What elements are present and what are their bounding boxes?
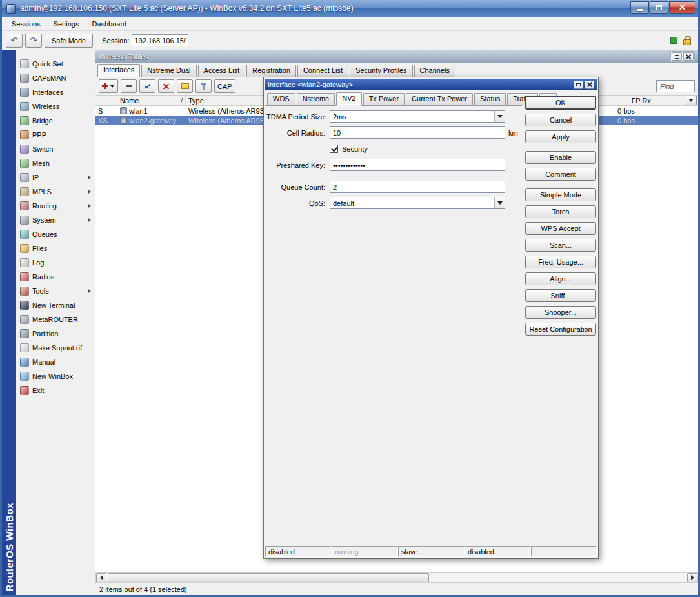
sidebar-item-wireless[interactable]: Wireless [16,99,95,114]
submenu-arrow-icon [88,204,91,208]
tab-current-tx-power[interactable]: Current Tx Power [406,93,473,105]
close-button[interactable] [669,1,695,14]
enable-button[interactable]: Enable [525,151,596,164]
sidebar-item-interfaces[interactable]: Interfaces [16,85,95,99]
filter-button[interactable] [195,79,212,93]
sidebar-item-capsman[interactable]: CAPsMAN [16,71,95,85]
apply-button[interactable]: Apply [525,130,596,143]
sidebar-item-switch[interactable]: Switch [16,142,95,156]
minimize-button[interactable] [630,1,649,14]
reset-configuration-button[interactable]: Reset Configuration [525,323,596,336]
column-name[interactable]: Name/ [117,96,186,105]
tab-nv2[interactable]: NV2 [336,92,361,106]
tab-connect-list[interactable]: Connect List [297,65,348,77]
sidebar-item-log[interactable]: Log [16,256,95,270]
align-button[interactable]: Align... [525,272,596,285]
freq-usage-button[interactable]: Freq. Usage... [525,256,596,268]
qos-input[interactable]: default [330,197,505,209]
tab-nstreme[interactable]: Nstreme [297,93,335,105]
tab-wds[interactable]: WDS [267,93,295,105]
sidebar-item-exit[interactable]: Exit [16,383,95,398]
mdi-close-button[interactable] [683,52,694,61]
column-select-button[interactable] [685,96,697,105]
snooper-button[interactable]: Snooper... [525,306,596,319]
tab-channels[interactable]: Channels [414,65,455,77]
cell-radius-input[interactable]: 10 [330,126,505,139]
disable-button[interactable] [158,79,174,93]
enable-button[interactable] [139,79,155,93]
ok-button[interactable]: OK [525,96,596,110]
winbox-app-icon [6,4,16,14]
find-button[interactable]: Find [656,80,695,92]
simple-mode-button[interactable]: Simple Mode [525,188,596,201]
switch-icon [20,145,29,154]
dialog-close-button[interactable] [585,81,594,89]
sidebar-item-queues[interactable]: Queues [16,227,95,241]
undo-button[interactable]: ↶ [6,34,23,48]
brand-vertical-text: RouterOS WinBox [4,503,15,591]
scroll-right-button[interactable] [687,573,697,582]
sidebar-item-make-supout[interactable]: Make Supout.rif [16,341,95,355]
sniff-button[interactable]: Sniff... [525,289,596,302]
sidebar-item-mesh[interactable]: Mesh [16,156,95,170]
cancel-button[interactable]: Cancel [525,114,596,126]
sidebar-item-mpls[interactable]: MPLS [16,185,95,199]
tab-security-profiles[interactable]: Security Profiles [350,65,412,77]
tab-access-list[interactable]: Access List [198,65,246,77]
sidebar-item-manual[interactable]: Manual [16,355,95,369]
sidebar-item-new-terminal[interactable]: New Terminal [16,298,95,312]
filter-icon [200,83,207,90]
wps-accept-button[interactable]: WPS Accept [525,222,596,235]
torch-button[interactable]: Torch [525,205,596,218]
tab-tx-power[interactable]: Tx Power [363,93,405,105]
menu-settings[interactable]: Settings [47,18,86,30]
comment-button[interactable] [177,79,193,93]
remove-button[interactable] [121,79,137,93]
sidebar-item-ppp[interactable]: PPP [16,128,95,142]
cap-button[interactable]: CAP [214,79,235,93]
menu-dashboard[interactable]: Dashboard [85,18,133,30]
scan-button[interactable]: Scan... [525,239,596,252]
preshared-key-input[interactable]: ••••••••••••• [330,159,505,171]
tab-nstreme-dual[interactable]: Nstreme Dual [141,65,196,77]
sidebar-item-files[interactable]: Files [16,241,95,256]
sidebar-item-partition[interactable]: Partition [16,327,95,341]
queues-icon [20,230,29,239]
queue-count-input[interactable]: 2 [330,181,505,193]
scrollbar-thumb[interactable] [108,573,429,582]
tab-interfaces[interactable]: Interfaces [97,64,140,77]
sidebar-item-ip[interactable]: IP [16,170,95,185]
sidebar-item-metarouter[interactable]: MetaROUTER [16,312,95,327]
items-status-bar: 2 items out of 4 (1 selected) [95,583,698,595]
mdi-restore-button[interactable] [672,52,682,61]
session-input[interactable] [132,34,188,46]
safe-mode-button[interactable]: Safe Mode [45,34,93,48]
maximize-button[interactable] [650,1,668,14]
connection-status-icon [670,37,677,44]
menu-sessions[interactable]: Sessions [5,18,47,30]
sidebar-item-radius[interactable]: Radius [16,270,95,284]
scroll-left-button[interactable] [96,573,106,582]
column-flags[interactable] [95,96,117,105]
dialog-maximize-button[interactable] [574,81,583,89]
security-checkbox[interactable] [330,145,338,153]
sidebar-item-system[interactable]: System [16,213,95,227]
sidebar-item-routing[interactable]: Routing [16,199,95,213]
wireless-tables-titlebar[interactable]: Wireless Tables [95,50,698,63]
submenu-arrow-icon [88,176,91,179]
tdma-dropdown-button[interactable] [494,111,505,122]
sidebar-item-bridge[interactable]: Bridge [16,114,95,128]
comment-button[interactable]: Comment [525,168,596,181]
redo-button[interactable]: ↷ [25,34,42,48]
tab-registration[interactable]: Registration [246,65,296,77]
sidebar-item-new-winbox[interactable]: New WinBox [16,369,95,383]
dialog-titlebar[interactable]: Interface <wlan2-gateway> [265,79,597,90]
horizontal-scrollbar[interactable] [95,572,698,583]
tab-status[interactable]: Status [474,93,506,105]
scrollbar-track[interactable] [106,573,687,582]
sidebar-item-tools[interactable]: Tools [16,284,95,298]
sidebar-item-quick-set[interactable]: Quick Set [16,57,95,71]
add-button[interactable] [99,79,118,93]
tdma-period-size-input[interactable]: 2ms [330,110,505,123]
qos-dropdown-button[interactable] [494,197,505,208]
